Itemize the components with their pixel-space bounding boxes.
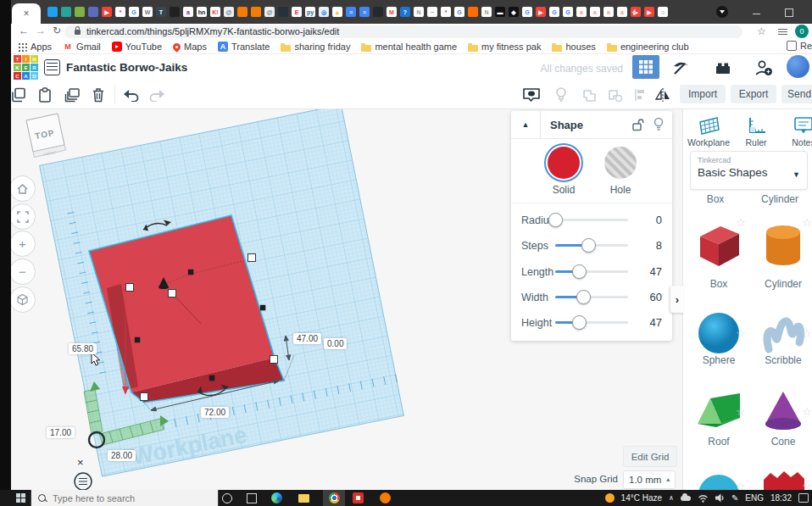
tab-favicon[interactable] — [251, 7, 261, 17]
tab-favicon[interactable]: W — [142, 7, 153, 17]
weather-icon[interactable] — [605, 493, 615, 503]
cortana-button[interactable] — [222, 490, 232, 506]
tab-favicon[interactable]: N — [481, 7, 492, 17]
send-to-button[interactable]: Send To — [781, 85, 812, 103]
slider-knob[interactable] — [572, 264, 587, 279]
back-icon[interactable]: ← — [19, 25, 29, 36]
favorite-star-icon[interactable]: ☆ — [736, 480, 746, 490]
language-indicator[interactable]: ENG — [745, 493, 764, 503]
hide-selected-button[interactable] — [551, 86, 571, 103]
bookmark-item[interactable]: houses — [552, 42, 595, 52]
tab-favicon[interactable]: a — [576, 7, 587, 17]
slider-track[interactable] — [555, 244, 628, 247]
taskbar-search[interactable] — [31, 490, 219, 506]
wifi-icon[interactable] — [698, 493, 709, 503]
tab-favicon[interactable]: G — [549, 7, 559, 17]
dim-label-height[interactable]: 65.80 — [69, 343, 97, 354]
snap-grid-select[interactable]: 1.0 mm ▴ — [623, 470, 676, 489]
tab-favicon[interactable]: ▶ — [536, 7, 546, 17]
start-button[interactable] — [10, 490, 31, 506]
edit-grid-button[interactable]: Edit Grid — [623, 446, 677, 467]
panel-collapse-button[interactable]: ▲ — [511, 111, 541, 138]
copy-button[interactable] — [8, 86, 29, 103]
slider-track[interactable] — [555, 321, 628, 324]
weather-text[interactable]: 14°C Haze — [621, 493, 662, 503]
favorite-star-icon[interactable]: ☆ — [802, 480, 812, 490]
dim-label-ruler-x[interactable]: 28.00 — [108, 450, 136, 461]
slider-value[interactable]: 8 — [656, 239, 662, 252]
tab-favicon[interactable] — [47, 7, 58, 17]
bookmark-item[interactable]: my fitness pak — [468, 42, 541, 52]
bookmark-item[interactable]: sharing friday — [281, 42, 350, 52]
reload-icon[interactable]: ↻ — [53, 25, 61, 36]
active-tab[interactable]: × — [12, 3, 41, 24]
slider-value[interactable]: 47 — [650, 265, 662, 278]
slider-knob[interactable] — [572, 315, 587, 330]
window-minimize-button[interactable] — [753, 14, 760, 14]
bookmark-star-icon[interactable]: ☆ — [757, 25, 766, 37]
tab-favicon[interactable]: ◆ — [509, 7, 519, 17]
redo-button[interactable] — [147, 86, 168, 103]
duplicate-button[interactable] — [62, 86, 82, 103]
pen-icon[interactable]: ✎ — [731, 493, 738, 503]
brick-export-button[interactable] — [710, 59, 736, 75]
new-tab-button[interactable]: + — [631, 5, 638, 19]
bookmark-item[interactable]: engineering club — [607, 42, 689, 52]
group-button[interactable] — [580, 86, 600, 103]
tab-favicon[interactable]: ○ — [658, 7, 668, 17]
onedrive-icon[interactable] — [681, 496, 691, 501]
tab-favicon[interactable]: * — [441, 7, 451, 17]
favorite-star-icon[interactable]: ☆ — [736, 405, 746, 418]
dashboard-grid-button[interactable] — [632, 55, 659, 79]
lightbulb-icon[interactable] — [653, 117, 665, 133]
tab-favicon[interactable]: a — [603, 7, 614, 17]
tab-favicon[interactable]: G — [522, 7, 532, 17]
file-explorer-icon[interactable] — [298, 490, 309, 506]
tab-favicon[interactable]: M — [387, 7, 397, 17]
tab-favicon[interactable]: G — [563, 7, 573, 17]
slider-track[interactable] — [555, 296, 628, 298]
tab-favicon[interactable]: py — [305, 7, 315, 17]
edge-icon[interactable] — [271, 490, 282, 506]
tray-expand-icon[interactable]: ∧ — [669, 494, 674, 502]
brave-icon[interactable] — [380, 490, 391, 506]
forward-icon[interactable]: → — [36, 25, 46, 36]
tab-favicon[interactable]: ≡ — [346, 7, 356, 17]
view-cube[interactable]: TOP FRONT — [26, 114, 66, 158]
bookmark-item[interactable]: Maps — [173, 42, 207, 52]
bookmark-item[interactable]: A Translate — [218, 42, 270, 52]
tool-notes[interactable]: Notes — [781, 115, 812, 147]
tab-favicon[interactable]: ? — [400, 7, 410, 17]
clock[interactable]: 18:32 — [770, 493, 792, 503]
tab-favicon[interactable]: ▶ — [102, 7, 112, 17]
shape-library-select[interactable]: Tinkercad Basic Shapes ▼ — [690, 151, 808, 190]
search-input[interactable] — [51, 492, 198, 504]
tab-close-icon[interactable]: × — [23, 8, 29, 19]
bookmark-item[interactable]: M Gmail — [63, 42, 101, 52]
tab-favicon[interactable] — [468, 7, 478, 17]
favorite-star-icon[interactable]: ☆ — [802, 327, 812, 340]
undo-button[interactable] — [120, 86, 141, 103]
favorite-star-icon[interactable]: ☆ — [736, 327, 746, 340]
slider-track[interactable] — [555, 270, 628, 273]
delete-button[interactable] — [88, 86, 108, 103]
lock-icon[interactable] — [631, 118, 645, 132]
show-all-button[interactable] — [521, 86, 542, 103]
tab-favicon[interactable] — [278, 7, 288, 17]
slider-track[interactable] — [555, 219, 628, 221]
favorite-star-icon[interactable]: ☆ — [802, 216, 812, 229]
tab-favicon[interactable]: a — [183, 7, 193, 17]
dim-label-width[interactable]: 72.00 — [201, 407, 229, 418]
tab-favicon[interactable]: ≡ — [359, 7, 370, 17]
tab-favicon[interactable]: @ — [264, 7, 275, 17]
tab-favicon[interactable]: @ — [224, 7, 234, 17]
url-text[interactable]: tinkercad.com/things/5pljRMXmy7K-fantast… — [86, 26, 339, 36]
slider-value[interactable]: 47 — [650, 316, 662, 329]
tab-favicon[interactable]: ▲ — [332, 7, 342, 17]
window-maximize-button[interactable] — [785, 8, 793, 17]
reading-list-button[interactable]: Reading list — [787, 41, 812, 51]
paste-button[interactable] — [35, 86, 55, 103]
hole-option[interactable] — [604, 147, 637, 179]
tab-favicon[interactable] — [61, 7, 71, 17]
ruler-origin-handle[interactable] — [89, 432, 104, 448]
